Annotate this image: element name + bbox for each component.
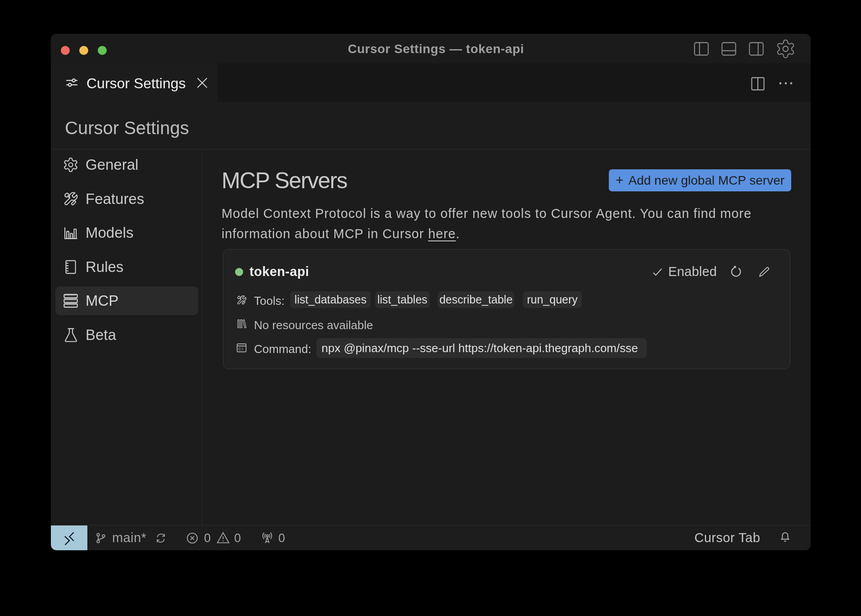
- svg-text:C:\: C:\: [238, 347, 243, 351]
